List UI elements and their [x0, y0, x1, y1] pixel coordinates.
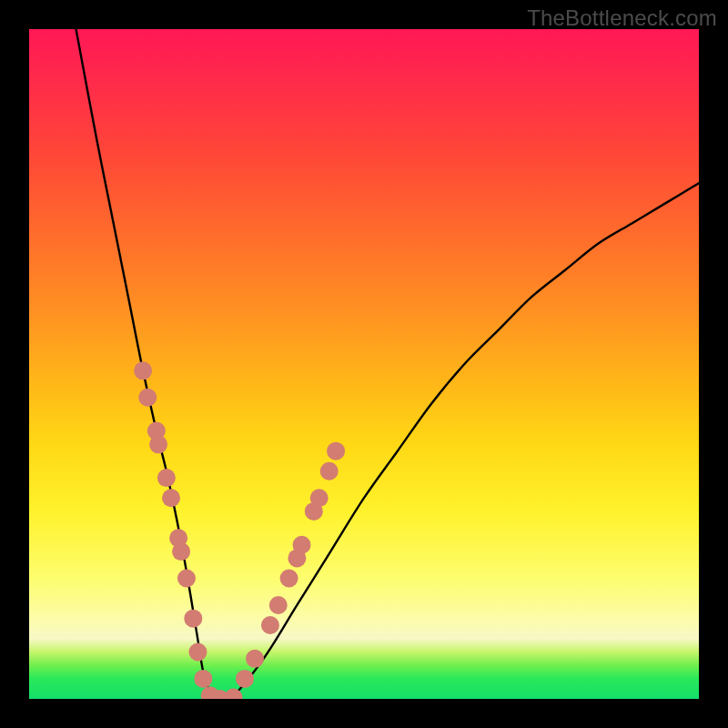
- highlight-dot: [261, 616, 279, 634]
- highlight-dot: [236, 670, 254, 688]
- highlight-dot: [157, 469, 176, 487]
- highlight-dot: [188, 642, 207, 661]
- highlight-dot: [269, 596, 288, 614]
- highlight-dot: [177, 570, 196, 588]
- highlight-dot: [172, 542, 190, 561]
- highlight-dot: [134, 361, 152, 379]
- highlight-dot: [280, 570, 298, 588]
- highlight-dot: [138, 389, 157, 407]
- highlight-dot: [184, 610, 202, 628]
- highlight-dot: [327, 442, 345, 460]
- plot-area: [29, 29, 699, 699]
- watermark-text: TheBottleneck.com: [527, 5, 717, 31]
- highlight-dot: [149, 435, 167, 453]
- highlight-dot: [320, 462, 339, 480]
- highlight-dot: [246, 650, 264, 668]
- highlight-dot: [194, 670, 212, 688]
- chart-frame: TheBottleneck.com: [0, 0, 728, 728]
- chart-svg: [29, 29, 699, 699]
- highlight-dots: [134, 361, 345, 699]
- highlight-dot: [293, 536, 311, 554]
- highlight-dot: [310, 489, 329, 507]
- highlight-dot: [162, 489, 180, 507]
- bottleneck-curve: [76, 29, 699, 699]
